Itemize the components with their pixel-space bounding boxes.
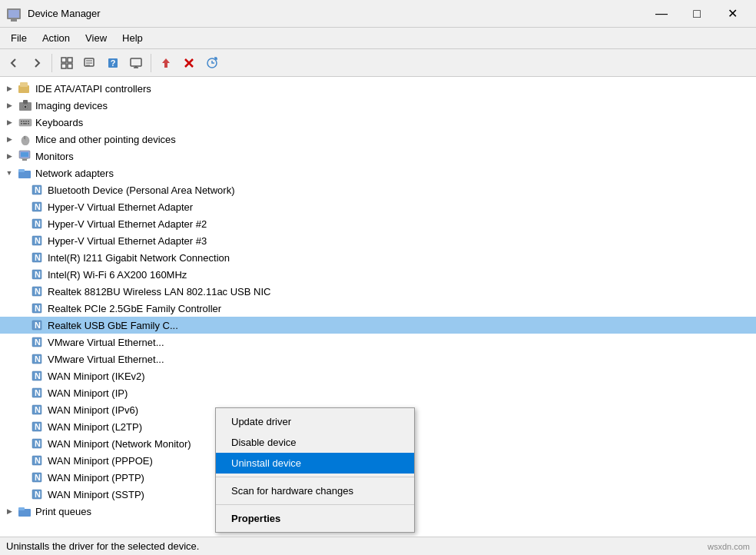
toggle-keyboards[interactable] [3,116,15,128]
ctx-scan-hardware[interactable]: Scan for hardware changes [216,480,414,501]
tree-item-realtek3[interactable]: N Realtek USB GbE Family C... [0,317,756,334]
wan4-icon: N [31,420,45,434]
svg-rect-27 [21,123,22,125]
print-label: Print queues [35,506,91,517]
help-button[interactable]: ? [102,52,124,74]
toggle-monitors[interactable] [3,150,15,162]
hyper2-icon: N [31,217,45,231]
toggle-ide[interactable] [3,82,15,95]
hyper2-label: Hyper-V Virtual Ethernet Adapter #2 [48,218,207,230]
svg-rect-36 [22,158,28,159]
realtek3-icon: N [31,318,45,332]
uninstall-button[interactable] [178,52,200,74]
tree-item-imaging[interactable]: Imaging devices [0,97,756,114]
svg-rect-26 [28,121,29,122]
tree-item-hyper2[interactable]: N Hyper-V Virtual Ethernet Adapter #2 [0,215,756,232]
svg-text:N: N [35,321,41,330]
svg-text:N: N [35,354,41,364]
tree-item-wan2[interactable]: N WAN Miniport (IP) [0,384,756,401]
wan2-label: WAN Miniport (IP) [48,387,128,399]
keyboards-label: Keyboards [35,117,83,128]
show-hidden-button[interactable] [56,52,78,74]
menu-action[interactable]: Action [35,29,78,47]
screen-button[interactable] [125,52,147,74]
tree-item-realtek2[interactable]: N Realtek PCIe 2.5GbE Family Controller [0,300,756,317]
ctx-properties[interactable]: Properties [216,508,414,529]
menu-help[interactable]: Help [114,29,151,47]
svg-rect-22 [19,119,32,126]
monitors-label: Monitors [35,151,74,162]
vmware1-icon: N [31,335,45,349]
tree-item-hyper1[interactable]: N Hyper-V Virtual Ethernet Adapter [0,198,756,215]
hyper3-icon: N [31,234,45,248]
svg-text:N: N [35,270,41,279]
toggle-mice[interactable] [3,133,15,145]
wan5-label: WAN Miniport (Network Monitor) [48,438,191,450]
tree-item-intel2[interactable]: N Intel(R) Wi-Fi 6 AX200 160MHz [0,266,756,283]
tree-item-bt[interactable]: N Bluetooth Device (Personal Area Networ… [0,181,756,198]
tree-item-realtek1[interactable]: N Realtek 8812BU Wireless LAN 802.11ac U… [0,283,756,300]
wan6-label: WAN Miniport (PPPOE) [48,455,153,467]
svg-text:N: N [35,405,41,414]
tree-item-hyper3[interactable]: N Hyper-V Virtual Ethernet Adapter #3 [0,232,756,249]
ctx-uninstall-device[interactable]: Uninstall device [216,453,414,474]
properties-button[interactable] [79,52,101,74]
svg-rect-78 [18,507,25,510]
realtek1-icon: N [31,284,45,298]
mice-icon [18,132,32,146]
wan5-icon: N [31,437,45,450]
svg-rect-17 [20,82,28,87]
wan3-icon: N [31,403,45,417]
svg-rect-3 [68,64,72,68]
svg-text:N: N [35,337,41,347]
window-title: Device Manager [28,8,644,19]
svg-rect-1 [68,58,72,62]
wan4-label: WAN Miniport (L2TP) [48,421,142,433]
svg-text:N: N [35,202,41,211]
tree-item-intel1[interactable]: N Intel(R) I211 Gigabit Network Connecti… [0,249,756,266]
svg-text:N: N [35,304,41,313]
ctx-sep-1 [216,477,414,477]
wan1-label: WAN Miniport (IKEv2) [48,371,145,382]
svg-text:N: N [35,253,41,262]
wan7-icon: N [31,470,45,484]
hyper1-icon: N [31,200,45,214]
tree-item-vmware2[interactable]: N VMware Virtual Ethernet... [0,351,756,367]
back-button[interactable] [3,52,25,74]
toggle-print[interactable] [3,505,15,517]
menu-view[interactable]: View [78,29,114,47]
menu-bar: File Action View Help [0,28,756,49]
toggle-imaging[interactable] [3,99,15,111]
svg-text:N: N [35,422,41,431]
wan3-label: WAN Miniport (IPv6) [48,404,138,416]
app-icon [6,6,22,22]
svg-rect-10 [131,58,141,66]
svg-rect-35 [22,159,27,161]
toggle-network[interactable] [3,167,15,179]
hyper1-label: Hyper-V Virtual Ethernet Adapter [48,201,193,213]
tree-item-keyboards[interactable]: Keyboards [0,114,756,131]
ctx-update-driver[interactable]: Update driver [216,411,414,432]
ctx-disable-device[interactable]: Disable device [216,432,414,453]
tree-item-mice[interactable]: Mice and other pointing devices [0,131,756,148]
tree-item-network[interactable]: Network adapters [0,165,756,181]
svg-rect-24 [23,121,25,122]
intel1-label: Intel(R) I211 Gigabit Network Connection [48,252,230,264]
tree-item-vmware1[interactable]: N VMware Virtual Ethernet... [0,334,756,351]
update-driver-button[interactable] [155,52,177,74]
realtek2-icon: N [31,301,45,315]
svg-text:N: N [35,388,41,397]
close-button[interactable]: ✕ [715,0,750,28]
scan-button[interactable] [201,52,223,74]
menu-file[interactable]: File [3,29,35,47]
forward-button[interactable] [26,52,48,74]
maximize-button[interactable]: □ [679,0,715,28]
svg-text:N: N [35,456,41,465]
svg-text:N: N [35,185,41,194]
realtek2-label: Realtek PCIe 2.5GbE Family Controller [48,303,221,314]
minimize-button[interactable]: — [644,0,679,28]
svg-rect-31 [24,136,25,139]
tree-item-monitors[interactable]: Monitors [0,148,756,165]
tree-item-ide[interactable]: IDE ATA/ATAPI controllers [0,80,756,97]
tree-item-wan1[interactable]: N WAN Miniport (IKEv2) [0,367,756,384]
